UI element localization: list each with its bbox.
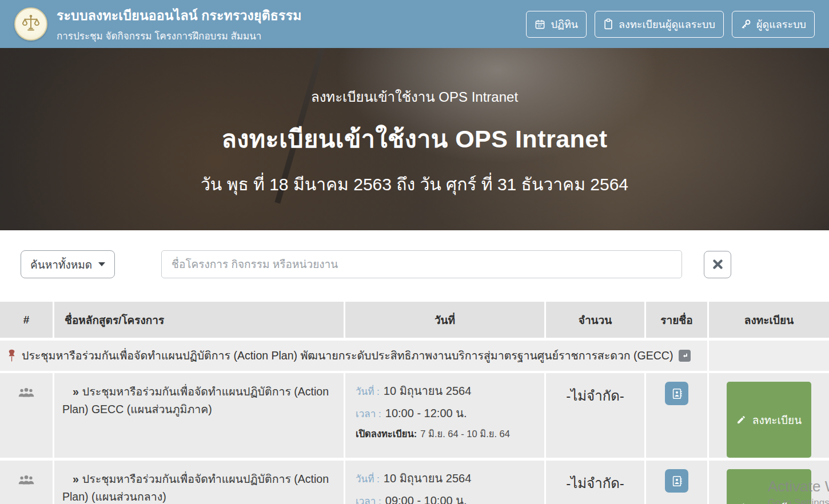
clipboard-icon (603, 18, 613, 30)
table-row: »ประชุมหารือร่วมกันเพื่อจัดทำแผนปฏิบัติก… (0, 373, 829, 458)
admin-register-button-label: ลงทะเบียนผู้ดูแลระบบ (619, 16, 715, 33)
time-label: เวลา : (356, 406, 381, 421)
address-book-icon (671, 475, 683, 487)
pencil-icon (736, 415, 746, 425)
date-value: 10 มิถุนายน 2564 (384, 382, 471, 400)
col-header-number: # (0, 302, 54, 338)
hero-subtitle: ลงทะเบียนเข้าใช้งาน OPS Intranet (0, 86, 829, 108)
search-filter-dropdown[interactable]: ค้นหาทั้งหมด (21, 250, 115, 278)
col-header-register: ลงทะเบียน (709, 302, 829, 338)
users-group-icon (18, 474, 35, 504)
course-date-cell: วันที่ : 10 มิถุนายน 2564 เวลา : 09:00 -… (345, 461, 546, 504)
col-header-list: รายชื่อ (646, 302, 709, 338)
chevron-marker: » (73, 473, 79, 485)
admin-login-button[interactable]: ผู้ดูแลระบบ (732, 11, 815, 38)
app-titles: ระบบลงทะเบียนออนไลน์ กระทรวงยุติธรรม การ… (57, 5, 302, 43)
top-bar: ระบบลงทะเบียนออนไลน์ กระทรวงยุติธรรม การ… (0, 0, 829, 48)
capacity-value: -ไม่จำกัด- (546, 373, 646, 458)
course-title: ประชุมหารือร่วมกันเพื่อจัดทำแผนปฏิบัติกา… (62, 385, 329, 415)
col-header-count: จำนวน (546, 302, 646, 338)
calendar-icon (535, 19, 545, 30)
pinned-project-row: ประชุมหารือร่วมกันเพื่อจัดทำแผนปฏิบัติกา… (0, 341, 829, 371)
registration-window-value: 7 มิ.ย. 64 - 10 มิ.ย. 64 (420, 426, 510, 441)
calendar-button[interactable]: ปฏิทิน (526, 11, 587, 38)
search-bar: ค้นหาทั้งหมด (21, 250, 829, 278)
admin-register-button[interactable]: ลงทะเบียนผู้ดูแลระบบ (595, 11, 724, 38)
search-input[interactable] (161, 250, 682, 278)
attendee-list-button[interactable] (665, 382, 688, 405)
key-icon (740, 19, 751, 30)
hero-date-range: วัน พุธ ที่ 18 มีนาคม 2563 ถึง วัน ศุกร์… (0, 171, 829, 198)
registration-window-label: เปิดลงทะเบียน: (356, 426, 417, 441)
app-title: ระบบลงทะเบียนออนไลน์ กระทรวงยุติธรรม (57, 5, 302, 26)
course-title: ประชุมหารือร่วมกันเพื่อจัดทำแผนปฏิบัติกา… (62, 473, 329, 503)
ministry-logo (14, 7, 47, 41)
search-filter-label: ค้นหาทั้งหมด (30, 256, 92, 273)
chevron-marker: » (73, 385, 79, 398)
course-title-cell[interactable]: »ประชุมหารือร่วมกันเพื่อจัดทำแผนปฏิบัติก… (54, 373, 345, 458)
pushpin-icon (7, 349, 16, 362)
register-button-label: ลงทะเบียน (752, 411, 802, 429)
col-header-date: วันที่ (345, 302, 546, 338)
register-button-label: ลงทะเบียน (752, 499, 802, 504)
users-group-icon (18, 387, 35, 458)
clear-search-button[interactable] (704, 251, 731, 278)
courses-table: # ชื่อหลักสูตร/โครงการ วันที่ จำนวน รายช… (0, 302, 829, 504)
address-book-icon (671, 387, 683, 400)
hero-title: ลงทะเบียนเข้าใช้งาน OPS Intranet (0, 119, 829, 158)
jump-to-project-icon[interactable] (679, 350, 691, 362)
date-value: 10 มิถุนายน 2564 (384, 469, 471, 487)
top-navigation: ปฏิทิน ลงทะเบียนผู้ดูแลระบบ ผู้ดูแลระบบ (526, 11, 815, 38)
date-label: วันที่ : (356, 383, 380, 399)
app-subtitle: การประชุม จัดกิจกรรม โครงการฝึกอบรม สัมม… (57, 28, 302, 43)
col-header-course-name: ชื่อหลักสูตร/โครงการ (54, 302, 345, 338)
register-button[interactable]: ลงทะเบียน (727, 469, 811, 504)
pinned-project-title: ประชุมหารือร่วมกันเพื่อจัดทำแผนปฏิบัติกา… (22, 347, 673, 365)
calendar-button-label: ปฏิทิน (551, 16, 578, 33)
course-title-cell[interactable]: »ประชุมหารือร่วมกันเพื่อจัดทำแผนปฏิบัติก… (54, 461, 345, 504)
time-label: เวลา : (356, 493, 381, 504)
time-value: 10:00 - 12:00 น. (385, 404, 467, 422)
table-row: »ประชุมหารือร่วมกันเพื่อจัดทำแผนปฏิบัติก… (0, 461, 829, 504)
admin-login-button-label: ผู้ดูแลระบบ (756, 16, 806, 33)
capacity-value: -ไม่จำกัด- (546, 461, 646, 504)
close-icon (713, 259, 723, 269)
attendee-list-button[interactable] (665, 469, 688, 493)
register-button[interactable]: ลงทะเบียน (727, 382, 811, 458)
pinned-row-register-cell (709, 341, 829, 371)
date-label: วันที่ : (356, 471, 380, 486)
hero-banner: ลงทะเบียนเข้าใช้งาน OPS Intranet ลงทะเบี… (0, 48, 829, 230)
scales-of-justice-icon (21, 14, 41, 34)
table-header-row: # ชื่อหลักสูตร/โครงการ วันที่ จำนวน รายช… (0, 302, 829, 338)
course-date-cell: วันที่ : 10 มิถุนายน 2564 เวลา : 10:00 -… (345, 373, 546, 458)
time-value: 09:00 - 10:00 น. (385, 491, 467, 504)
chevron-down-icon (98, 262, 105, 266)
